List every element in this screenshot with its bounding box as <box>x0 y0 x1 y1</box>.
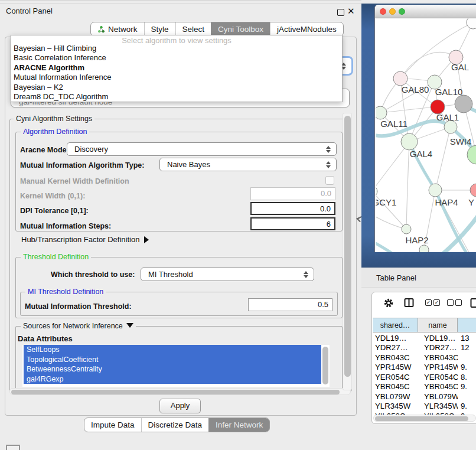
network-node[interactable] <box>467 145 476 164</box>
network-canvas[interactable]: GALGAL80GAL10GAL1GAL11SWI4GAL4GCY1HAP4YH… <box>376 18 476 252</box>
unchecked-checkbox-icon[interactable] <box>455 299 462 306</box>
table-cell[interactable]: 12 <box>458 343 476 352</box>
network-node[interactable] <box>419 245 429 252</box>
table-cell[interactable]: YER054C <box>373 373 418 381</box>
network-edge-highlighted[interactable] <box>376 239 392 252</box>
table-hscrollbar-track[interactable] <box>373 415 476 422</box>
tab-cyni-toolbox[interactable]: Cyni Toolbox <box>211 22 270 36</box>
network-node[interactable] <box>393 71 407 86</box>
tab-impute-data[interactable]: Impute Data <box>84 418 141 432</box>
table-cell[interactable]: YBR045C <box>418 382 458 391</box>
table-cell[interactable]: YDL19… <box>373 334 418 343</box>
table-cell[interactable]: 9. <box>458 363 476 371</box>
tab-jactivemnodules[interactable]: jActiveMNodules <box>270 22 343 36</box>
algorithm-option-bayesian-k2[interactable]: Bayesian – K2 <box>11 83 342 92</box>
table-row[interactable]: YER054CYER054C8. <box>373 372 476 382</box>
table-hscrollbar-thumb[interactable] <box>375 416 468 421</box>
table-row[interactable]: YLR345WYLR345W9. <box>373 402 476 412</box>
window-zoom-icon[interactable] <box>399 8 405 15</box>
table-cell[interactable]: YBR045C <box>373 382 418 391</box>
gear-icon[interactable] <box>383 298 394 308</box>
dock-grip-icon[interactable] <box>6 445 20 450</box>
network-edge[interactable] <box>376 142 409 191</box>
dpi-tolerance-field[interactable]: 0.0 <box>250 202 335 215</box>
checked-checkbox-icon[interactable]: ✓ <box>433 299 440 306</box>
table-row[interactable]: YDR27…YDR27…12 <box>373 343 476 353</box>
algorithm-option-aracne-algorithm[interactable]: ARACNE Algorithm <box>11 63 342 73</box>
network-node[interactable] <box>429 184 442 197</box>
network-node[interactable] <box>376 106 387 119</box>
network-node[interactable] <box>455 95 472 113</box>
column-header-2[interactable] <box>458 318 476 332</box>
algorithm-option-bayesian-hill-climbing[interactable]: Bayesian – Hill Climbing <box>11 44 342 53</box>
panel-icon[interactable] <box>470 298 476 308</box>
table-cell[interactable]: YDR27… <box>373 343 418 352</box>
algorithm-option-basic-correlation-inference[interactable]: Basic Correlation Inference <box>11 53 342 63</box>
tab-style[interactable]: Style <box>144 22 175 36</box>
vertical-scrollbar-track[interactable] <box>343 113 352 390</box>
attribute-item-gal4rgexp[interactable]: gal4RGexp <box>24 374 321 384</box>
network-view-window[interactable]: GALGAL80GAL10GAL1GAL11SWI4GAL4GCY1HAP4YH… <box>374 5 476 252</box>
table-cell[interactable]: 9. <box>458 382 476 391</box>
split-view-icon[interactable] <box>404 298 414 308</box>
mi-algorithm-type-combobox[interactable]: Naive Bayes <box>159 158 337 171</box>
table-cell[interactable]: YPR145W <box>418 363 458 371</box>
attribute-item-topologicalcoefficient[interactable]: TopologicalCoefficient <box>24 355 321 365</box>
sources-disclosure[interactable]: Sources for Network Inference <box>21 322 136 330</box>
table-cell[interactable]: 8. <box>458 373 476 381</box>
table-row[interactable]: YPR145WYPR145W9. <box>373 363 476 373</box>
network-node[interactable] <box>402 224 411 234</box>
network-edge[interactable] <box>376 213 406 229</box>
float-window-icon[interactable] <box>337 9 344 16</box>
table-cell[interactable]: YBL079W <box>373 392 418 401</box>
which-threshold-combobox[interactable]: MI Threshold <box>141 268 314 281</box>
mi-threshold-field[interactable]: 0.5 <box>248 298 332 311</box>
column-header-shared[interactable]: shared… <box>373 318 418 332</box>
table-cell[interactable]: YLR345W <box>418 402 458 410</box>
network-node[interactable] <box>401 133 418 150</box>
hub-definition-disclosure[interactable]: Hub/Transcription Factor Definition <box>21 235 149 244</box>
attribute-list-scrollbar[interactable] <box>322 347 328 384</box>
window-minimize-icon[interactable] <box>389 8 396 15</box>
table-row[interactable]: YBL079WYBL079W <box>373 392 476 402</box>
table-row[interactable]: YBR043CYBR043C <box>373 353 476 363</box>
network-edge[interactable] <box>435 127 451 190</box>
network-node[interactable] <box>470 184 476 197</box>
unchecked-checkbox-icon[interactable] <box>447 299 454 306</box>
horizontal-scrollbar-thumb[interactable] <box>11 390 340 394</box>
window-close-icon[interactable] <box>380 8 386 15</box>
network-window-titlebar[interactable] <box>375 5 476 18</box>
vertical-scrollbar-thumb[interactable] <box>344 116 351 377</box>
network-node[interactable] <box>376 186 377 197</box>
table-cell[interactable]: YDL19… <box>418 334 458 343</box>
network-edge[interactable] <box>400 53 456 79</box>
table-cell[interactable]: YBR043C <box>418 353 458 362</box>
algorithm-option-mutual-information-inference[interactable]: Mutual Information Inference <box>11 73 342 82</box>
tab-select[interactable]: Select <box>175 22 211 36</box>
table-cell[interactable]: YBL079W <box>418 392 458 401</box>
attribute-item-betweennesscentrality[interactable]: BetweennessCentrality <box>24 364 321 374</box>
data-attributes-list[interactable]: SelfLoopsTopologicalCoefficientBetweenne… <box>22 345 330 387</box>
aracne-mode-combobox[interactable]: Discovery <box>67 142 337 156</box>
table-cell[interactable]: YLR345W <box>373 402 418 410</box>
tab-infer-network[interactable]: Infer Network <box>208 418 269 432</box>
apply-button[interactable]: Apply <box>159 399 201 413</box>
tab-network[interactable]: Network <box>91 22 144 36</box>
table-cell[interactable]: 9. <box>458 402 476 410</box>
table-row[interactable]: YBR045CYBR045C9. <box>373 382 476 392</box>
table-cell[interactable]: 13 <box>458 334 476 343</box>
column-header-name[interactable]: name <box>418 318 458 332</box>
horizontal-scrollbar-track[interactable] <box>9 388 351 395</box>
table-cell[interactable]: YPR145W <box>373 363 418 371</box>
algorithm-option-dream8-dc-tdc-algorithm[interactable]: Dream8 DC_TDC Algorithm <box>11 92 342 102</box>
attribute-item-selfloops[interactable]: SelfLoops <box>24 345 321 355</box>
table-cell[interactable]: YER054C <box>418 373 458 381</box>
close-icon[interactable]: ✕ <box>347 6 355 17</box>
table-row[interactable]: YDL19…YDL19…13 <box>373 333 476 343</box>
checked-checkbox-icon[interactable]: ✓ <box>425 299 432 306</box>
table-cell[interactable]: YBR043C <box>373 353 418 362</box>
tab-discretize-data[interactable]: Discretize Data <box>141 418 209 432</box>
network-edge[interactable] <box>406 142 409 229</box>
table-cell[interactable]: YDR27… <box>418 343 458 352</box>
network-node[interactable] <box>467 18 476 29</box>
